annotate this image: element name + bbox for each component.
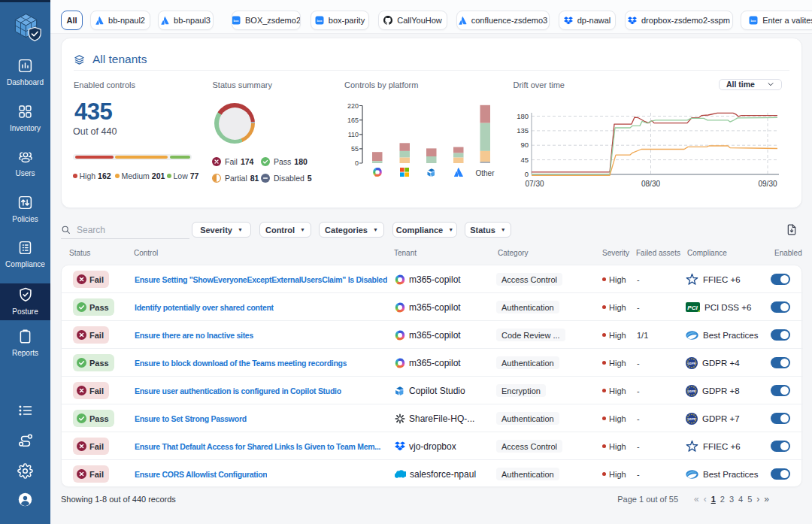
- svg-text:GDPR: GDPR: [688, 389, 696, 392]
- svg-text:09/30: 09/30: [758, 180, 777, 188]
- svg-text:Other: Other: [475, 169, 495, 177]
- svg-text:07/30: 07/30: [525, 180, 544, 188]
- svg-text:box: box: [751, 19, 757, 23]
- svg-text:0: 0: [525, 170, 529, 178]
- svg-text:135: 135: [517, 126, 529, 135]
- svg-text:0: 0: [355, 159, 359, 167]
- svg-text:180: 180: [517, 112, 529, 120]
- svg-text:PCI: PCI: [687, 304, 698, 311]
- svg-text:GDPR: GDPR: [688, 417, 696, 420]
- svg-text:90: 90: [520, 141, 529, 149]
- svg-text:220: 220: [347, 102, 359, 110]
- svg-text:box: box: [317, 19, 323, 23]
- svg-text:45: 45: [520, 156, 529, 164]
- svg-text:165: 165: [347, 117, 359, 124]
- svg-text:110: 110: [348, 131, 359, 138]
- svg-text:55: 55: [351, 145, 359, 153]
- svg-text:08/30: 08/30: [641, 180, 660, 188]
- svg-text:GDPR: GDPR: [688, 362, 696, 365]
- svg-text:box: box: [233, 19, 239, 23]
